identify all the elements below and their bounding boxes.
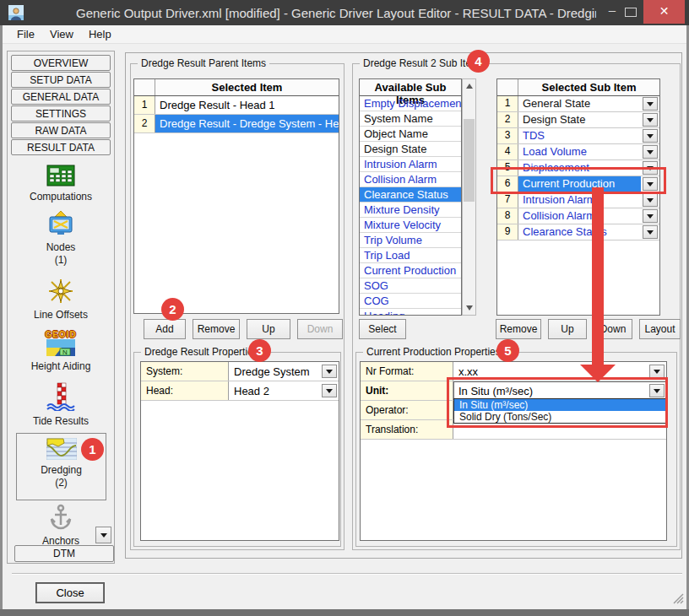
available-sub-item[interactable]: Object Name [360,127,461,142]
sub-remove-button[interactable]: Remove [496,319,541,339]
row-text: Intrusion Alarm [518,192,641,208]
sidebar-item-label: Height Aiding [8,360,114,372]
window-title: Generic Output Driver.xml [modified] - G… [76,6,596,20]
selected-sub-item-row[interactable]: 1General State [497,96,659,112]
available-sub-item[interactable]: Trip Load [360,248,461,263]
prod-prop-label: Nr Format: [361,362,453,381]
resize-grip[interactable] [672,592,684,608]
available-sub-item[interactable]: COG [360,294,461,309]
anchors-icon [48,504,73,531]
selected-sub-item-row[interactable]: 3TDS [497,128,659,144]
row-dropdown-button[interactable] [643,113,658,127]
sidebar-item-tide-results[interactable]: Tide Results [8,382,114,427]
row-text: TDS [518,128,641,143]
available-sub-item[interactable]: Empty Displacement [360,96,461,111]
available-list-scrollbar[interactable] [462,78,476,316]
scroll-up-button[interactable] [463,79,475,93]
sidebar-nav-overview[interactable]: OVERVIEW [11,55,111,71]
row-dropdown-button[interactable] [643,129,658,143]
window-frame-bottom [0,609,689,616]
row-dropdown-button[interactable] [643,145,658,159]
chevron-up-icon [466,84,473,89]
group-title: Current Production Properties [363,346,504,358]
available-sub-item[interactable]: Clearance Status [360,187,461,203]
row-dropdown-button[interactable] [643,97,658,111]
up-button[interactable]: Up [247,319,290,339]
available-sub-item[interactable]: Design State [360,142,461,157]
parent-item-row[interactable]: 2Dredge Result - Dredge System - He... [134,115,339,133]
selected-sub-item-row[interactable]: 8Collision Alarm [497,208,659,224]
parent-item-row[interactable]: 1Dredge Result - Head 1 [134,96,339,115]
row-number: 1 [497,96,518,111]
dropdown-button[interactable] [322,384,337,397]
available-sub-item[interactable]: Mixture Density [360,203,461,218]
row-dropdown-button[interactable] [643,209,658,223]
nodes-icon [46,210,75,237]
dropdown-button[interactable] [649,365,665,378]
selected-sub-item-row[interactable]: 4Load Volume [497,144,659,160]
bottom-separator [12,573,682,575]
scrollbar-thumb[interactable] [464,119,475,202]
sidebar-item-computations[interactable]: Computations [8,165,114,203]
minimize-button[interactable]: – [601,0,623,24]
prod-prop-label: Translation: [361,420,453,439]
row-text: Clearance Status [518,224,641,240]
header-title: Selected Sub Item [518,79,659,95]
dropdown-button[interactable] [322,365,337,378]
available-sub-item[interactable]: Trip Volume [360,233,461,248]
sidebar-item-label: Line Offsets [8,309,114,321]
menu-bar: File View Help [3,25,686,44]
menu-file[interactable]: File [9,26,42,42]
available-sub-item[interactable]: Current Production [360,263,461,278]
layout-button[interactable]: Layout [639,319,681,339]
group-title: Dredge Result Properties [141,346,262,358]
annotation-badge-1: 1 [81,438,104,461]
sidebar-item-nodes[interactable]: Nodes (1) [8,210,114,266]
select-button[interactable]: Select [359,319,406,339]
sidebar-item-count: (1) [8,254,114,266]
close-button[interactable]: Close [36,583,104,602]
available-sub-item[interactable]: Heading [360,309,461,316]
sidebar-nav-settings[interactable]: SETTINGS [11,105,111,122]
maximize-button[interactable] [625,8,637,17]
sidebar: OVERVIEWSETUP DATAGENERAL DATASETTINGSRA… [7,51,115,564]
add-button[interactable]: Add [144,319,186,339]
dredging-icon [46,438,77,460]
available-sub-item[interactable]: SOG [360,278,461,294]
sidebar-nav: OVERVIEWSETUP DATAGENERAL DATASETTINGSRA… [8,51,114,155]
selected-sub-item-row[interactable]: 7Intrusion Alarm [497,192,659,208]
parent-prop-value[interactable]: Head 2 [229,381,339,400]
available-sub-item[interactable]: Mixture Velocity [360,218,461,233]
sidebar-nav-general-data[interactable]: GENERAL DATA [11,89,111,105]
selected-sub-item-row[interactable]: 2Design State [497,112,659,128]
sidebar-nav-dtm[interactable]: DTM [14,545,114,562]
sidebar-nav-result-data[interactable]: RESULT DATA [11,139,111,155]
remove-button[interactable]: Remove [193,319,240,339]
row-text: Collision Alarm [518,208,641,224]
window-frame-left [0,25,3,609]
menu-view[interactable]: View [42,26,81,42]
selected-sub-item-row[interactable]: 9Clearance Status [497,224,659,240]
scroll-down-button[interactable] [463,301,475,315]
row-dropdown-button[interactable] [643,193,658,207]
row-dropdown-button[interactable] [643,225,658,239]
sidebar-item-line-offsets[interactable]: Line Offsets [8,278,114,321]
sidebar-item-height-aiding[interactable]: GEOID N Height Aiding [8,330,114,372]
chevron-down-icon [466,305,473,311]
header-title: Selected Item [155,79,339,95]
sidebar-item-label: Nodes [8,241,114,253]
sub-up-button[interactable]: Up [548,319,587,339]
geoid-icon-text: GEOID [8,330,114,339]
anchors-dropdown-button[interactable] [95,527,111,543]
available-sub-item[interactable]: Intrusion Alarm [360,157,461,172]
available-sub-item[interactable]: System Name [360,111,461,127]
sidebar-nav-raw-data[interactable]: RAW DATA [11,122,111,138]
down-button[interactable]: Down [297,319,343,339]
menu-help[interactable]: Help [81,26,119,42]
available-sub-items-list: Available Sub Items Empty DisplacementSy… [359,78,462,316]
window-close-button[interactable]: ✕ [643,0,685,24]
parent-items-table: Selected Item 1Dredge Result - Head 12Dr… [133,78,339,314]
available-sub-item[interactable]: Collision Alarm [360,172,461,187]
sidebar-nav-setup-data[interactable]: SETUP DATA [11,72,111,88]
parent-prop-value[interactable]: Dredge System [229,362,339,381]
